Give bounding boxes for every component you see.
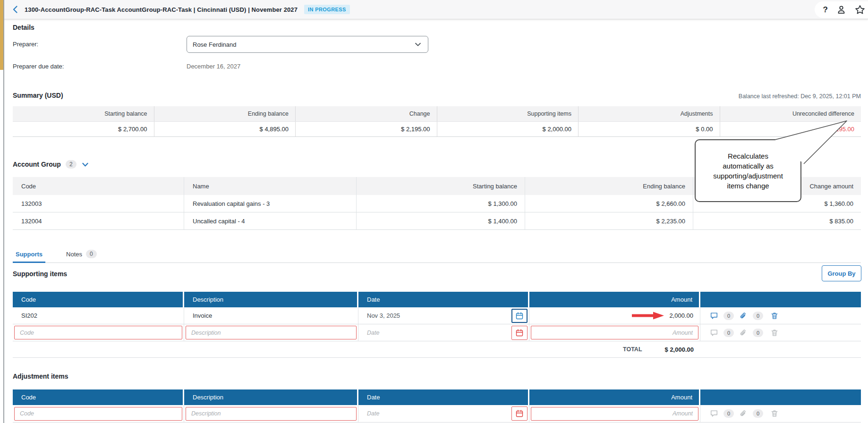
summary-values-row: $ 2,700.00 $ 4,895.00 $ 2,195.00 $ 2,000… [13, 121, 861, 137]
adj-col-header: Date [358, 389, 529, 405]
ag-name: Revaluation capital gains - 3 [184, 195, 357, 212]
attachment-count-badge: 0 [753, 409, 763, 418]
trash-icon[interactable] [770, 409, 779, 418]
ag-name: Uncalled capital - 4 [184, 212, 357, 229]
sup-col-header: Code [13, 292, 184, 307]
page-title: 1300-AccountGroup-RAC-Task AccountGroup-… [25, 6, 298, 13]
sup-col-header: Description [184, 292, 358, 307]
help-icon[interactable]: ? [823, 5, 828, 15]
ag-code: 132004 [13, 212, 184, 229]
new-amount-input[interactable] [531, 326, 698, 339]
table-row: 132004 Uncalled capital - 4 $ 1,400.00 $… [13, 212, 861, 230]
due-date-value: December 16, 2027 [187, 63, 240, 70]
due-date-label: Preparer due date: [13, 63, 64, 70]
adj-col-header: Description [184, 389, 358, 405]
ag-col-header: Name [184, 177, 357, 195]
sup-date: Nov 3, 2025 [358, 312, 400, 319]
summary-table: Starting balance Ending balance Change S… [13, 106, 861, 137]
window-edge-line [3, 0, 4, 423]
status-badge: IN PROGRESS [304, 5, 350, 14]
comment-icon[interactable] [710, 312, 718, 320]
attachment-icon[interactable] [739, 312, 748, 320]
summary-col-header: Adjustments [579, 106, 720, 121]
ag-change: $ 835.00 [693, 212, 861, 229]
comment-icon[interactable] [710, 329, 718, 337]
back-icon[interactable] [10, 4, 21, 15]
new-description-input[interactable] [186, 407, 357, 421]
summary-col-header: Supporting items [437, 106, 579, 121]
preparer-select[interactable]: Rose Ferdinand [187, 36, 428, 53]
top-bar: 1300-AccountGroup-RAC-Task AccountGroup-… [0, 0, 868, 19]
trash-icon[interactable] [770, 329, 779, 337]
topbar-actions: ? [815, 1, 868, 18]
preparer-label: Preparer: [13, 41, 38, 48]
tab-notes[interactable]: Notes 0 [66, 250, 97, 263]
sup-code: SI202 [13, 312, 37, 319]
new-code-input[interactable] [14, 407, 182, 421]
adjustments-value: $ 0.00 [579, 122, 720, 136]
comment-icon[interactable] [710, 409, 718, 418]
ag-code: 132003 [13, 195, 184, 212]
new-code-input[interactable] [14, 326, 182, 339]
supporting-items-value: $ 2,000.00 [437, 122, 579, 136]
comment-count-badge: 0 [723, 409, 734, 418]
attachment-icon[interactable] [739, 329, 748, 337]
sup-amount: 2,000.00 [529, 307, 700, 324]
ag-starting: $ 1,400.00 [357, 212, 525, 229]
tab-supports[interactable]: Supports [13, 251, 45, 263]
callout-line: supporting/adjustment [696, 171, 800, 181]
ag-col-header: Code [13, 177, 184, 195]
star-icon[interactable] [855, 5, 865, 15]
supporting-header-row: Code Description Date Amount [13, 292, 861, 307]
ag-starting: $ 1,300.00 [357, 195, 525, 212]
notes-count-badge: 0 [86, 250, 97, 258]
supporting-new-item-row: Date 0 0 [13, 324, 861, 341]
chevron-down-icon [414, 40, 422, 49]
summary-col-header: Starting balance [13, 106, 154, 121]
new-description-input[interactable] [186, 326, 357, 339]
ending-balance-value: $ 4,895.00 [154, 122, 296, 136]
ag-ending: $ 2,660.00 [525, 195, 693, 212]
sup-col-header: Amount [529, 292, 700, 307]
comment-count-badge: 0 [723, 312, 734, 320]
ag-col-header: Ending balance [525, 177, 693, 195]
unreconciled-difference-value: $ 195.00 [720, 122, 861, 136]
row-actions: 0 0 [700, 324, 861, 341]
preparer-value: Rose Ferdinand [193, 41, 414, 48]
adjustment-new-item-row: Date 0 0 [13, 405, 861, 423]
change-value: $ 2,195.00 [296, 122, 437, 136]
comment-count-badge: 0 [723, 329, 734, 337]
calendar-icon[interactable] [511, 309, 528, 323]
new-amount-input[interactable] [531, 407, 698, 421]
callout-line: items change [696, 181, 800, 191]
total-label: TOTAL [623, 346, 642, 353]
new-date-placeholder[interactable]: Date [358, 410, 379, 417]
supporting-items-heading: Supporting items [13, 270, 67, 278]
account-group-count-badge: 2 [66, 160, 77, 169]
trash-icon[interactable] [770, 312, 779, 320]
account-group-title: Account Group [13, 161, 61, 168]
tabs-divider [13, 262, 861, 263]
summary-col-header: Unreconciled difference [720, 106, 861, 121]
summary-heading: Summary (USD) [13, 92, 63, 99]
row-actions: 0 0 [700, 405, 861, 422]
adjustment-items-table: Code Description Date Amount Date 0 0 [13, 389, 861, 423]
attachment-icon[interactable] [739, 409, 748, 418]
summary-col-header: Ending balance [154, 106, 296, 121]
starting-balance-value: $ 2,700.00 [13, 122, 154, 136]
adjustment-header-row: Code Description Date Amount [13, 389, 861, 405]
user-icon[interactable] [836, 5, 846, 15]
supporting-total-row: TOTAL $ 2,000.00 [13, 341, 861, 358]
tab-notes-label: Notes [66, 251, 82, 258]
window-edge-accent [0, 0, 3, 70]
details-heading: Details [13, 24, 34, 31]
total-value: $ 2,000.00 [665, 346, 694, 353]
new-date-placeholder[interactable]: Date [358, 330, 379, 336]
group-by-button[interactable]: Group By [822, 265, 861, 281]
calendar-icon[interactable] [511, 326, 528, 340]
calendar-icon[interactable] [511, 406, 528, 421]
summary-header-row: Starting balance Ending balance Change S… [13, 106, 861, 121]
adj-col-header-actions [700, 389, 861, 405]
collapse-chevron-icon[interactable] [81, 161, 89, 169]
tab-bar: Supports Notes 0 [13, 250, 97, 263]
